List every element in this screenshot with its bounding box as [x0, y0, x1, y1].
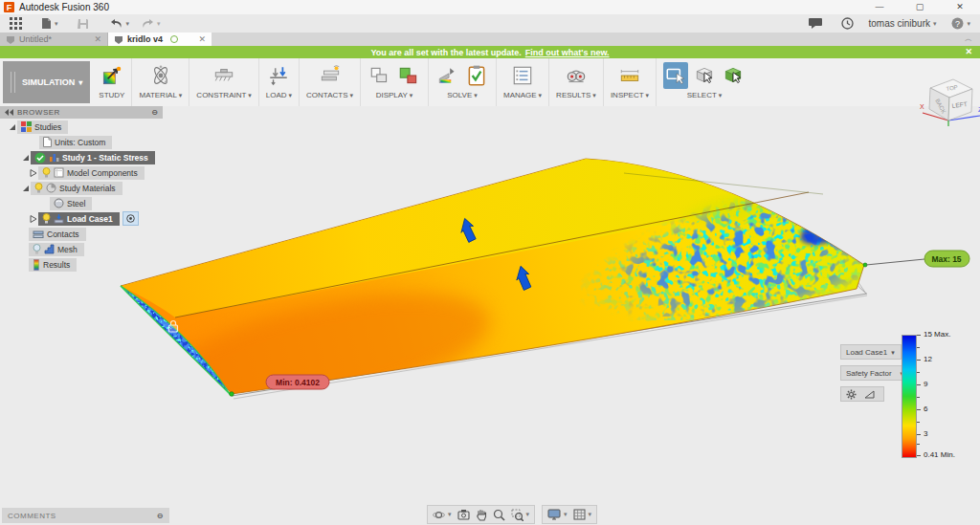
- help-menu[interactable]: ? ▾: [946, 14, 976, 33]
- tree-item-mesh[interactable]: Mesh: [0, 242, 163, 256]
- degraded-display-icon[interactable]: [396, 62, 421, 89]
- display-style-icon[interactable]: [368, 62, 392, 89]
- visibility-bulb-icon: [34, 183, 43, 194]
- units-document-icon: [43, 137, 52, 147]
- file-menu-button[interactable]: ▾: [35, 14, 64, 33]
- expander-icon[interactable]: [29, 169, 38, 177]
- contacts-icon[interactable]: [318, 62, 343, 89]
- svg-text:?: ?: [955, 19, 960, 29]
- expander-icon[interactable]: [21, 154, 31, 162]
- banner-link[interactable]: Find out what's new.: [525, 48, 610, 57]
- viewcube[interactable]: X Z TOP BACK LEFT: [915, 69, 980, 136]
- tree-item-results[interactable]: Results: [0, 257, 163, 272]
- tree-item-studies[interactable]: Studies: [0, 120, 163, 134]
- expander-icon[interactable]: [21, 185, 31, 192]
- ribbon-group-study[interactable]: STUDY: [92, 58, 132, 106]
- drag-grip: [11, 72, 15, 93]
- comments-panel-header[interactable]: COMMENTS ⊖: [2, 508, 169, 523]
- close-button[interactable]: ✕: [940, 0, 980, 14]
- tree-item-steel[interactable]: Steel: [0, 196, 163, 210]
- visibility-bulb-icon: [42, 167, 51, 179]
- ribbon-group-manage[interactable]: MANAGE: [497, 58, 549, 106]
- max-annotation[interactable]: Max: 15: [866, 251, 969, 267]
- tab-untitled[interactable]: Untitled* ✕: [0, 33, 108, 46]
- undo-button[interactable]: ▾: [104, 14, 136, 33]
- user-name: tomas ciniburk: [869, 18, 930, 29]
- select-window-icon[interactable]: [663, 62, 688, 89]
- app-grid-icon[interactable]: [4, 14, 28, 33]
- pan-button[interactable]: [474, 509, 489, 521]
- quick-access-toolbar: ▾ ▾ ▾ tomas ciniburk ▾ ? ▾: [0, 14, 980, 33]
- zoom-window-button[interactable]: ▾: [509, 509, 532, 521]
- collapse-ribbon-chevron[interactable]: ︿: [957, 33, 980, 46]
- minimize-button[interactable]: —: [859, 0, 900, 14]
- tab-kridlo-v4[interactable]: kridlo v4 ✕: [108, 33, 212, 46]
- select-priority-face-icon[interactable]: [692, 62, 717, 89]
- legend-color-bar[interactable]: [902, 335, 917, 458]
- display-settings-button[interactable]: ▾: [546, 509, 569, 520]
- load-icon[interactable]: [266, 62, 291, 89]
- orbit-button[interactable]: ▾: [431, 509, 454, 521]
- browser-panel: BROWSER ⊖ Studies Units: Custom Study 1 …: [0, 106, 163, 272]
- maximize-button[interactable]: ▢: [900, 0, 940, 14]
- viewport-canvas[interactable]: Max: 15 Min: 0.4102 BROWSER ⊖ Studies Un…: [0, 106, 980, 525]
- ribbon-group-solve[interactable]: SOLVE: [429, 58, 497, 106]
- results-icon[interactable]: [564, 62, 589, 89]
- expander-icon[interactable]: [29, 215, 38, 223]
- tab-close-icon[interactable]: ✕: [86, 34, 101, 44]
- legend-max-label: 15 Max.: [924, 330, 950, 339]
- legend-result-type-dropdown[interactable]: Safety Factor: [840, 365, 909, 381]
- manage-icon[interactable]: [510, 62, 535, 89]
- solve-details-icon[interactable]: [464, 62, 489, 89]
- tree-item-load-case1[interactable]: Load Case1: [0, 211, 163, 226]
- tree-item-units[interactable]: Units: Custom: [0, 135, 163, 149]
- material-icon[interactable]: [148, 62, 173, 89]
- tab-close-icon[interactable]: ✕: [190, 34, 206, 44]
- load-case-target-button[interactable]: [122, 211, 139, 226]
- min-annotation[interactable]: Min: 0.4102: [266, 375, 329, 389]
- legend-ramp-icon[interactable]: [864, 390, 875, 399]
- inspect-icon[interactable]: [617, 62, 642, 89]
- job-status-icon[interactable]: [835, 14, 859, 33]
- ribbon-group-contacts[interactable]: CONTACTS: [300, 58, 361, 106]
- look-at-button[interactable]: [456, 509, 472, 520]
- browser-panel-header[interactable]: BROWSER ⊖: [0, 106, 163, 119]
- grid-layout-button[interactable]: ▾: [571, 509, 594, 520]
- panel-options-icon[interactable]: ⊖: [157, 512, 164, 520]
- tree-item-contacts[interactable]: Contacts: [0, 227, 163, 241]
- new-study-icon[interactable]: [100, 62, 124, 89]
- tree-item-study1[interactable]: Study 1 - Static Stress: [0, 150, 163, 164]
- ribbon-group-load[interactable]: LOAD: [259, 58, 300, 106]
- min-pill-label: Min: 0.4102: [276, 378, 320, 387]
- wing-model[interactable]: [110, 159, 880, 436]
- collapse-panel-icon[interactable]: [5, 109, 13, 116]
- constraint-icon[interactable]: [212, 62, 236, 89]
- steel-material-icon: [54, 198, 64, 208]
- document-icon: [6, 34, 15, 44]
- ribbon-group-results[interactable]: RESULTS: [549, 58, 604, 106]
- ribbon-group-constraint[interactable]: CONSTRAINT: [189, 58, 258, 106]
- tip-stress-speckles: [574, 181, 880, 315]
- min-point-marker: [230, 392, 234, 397]
- tree-item-model-components[interactable]: Model Components: [0, 165, 163, 180]
- legend-settings-gear-icon[interactable]: [846, 389, 857, 400]
- zoom-button[interactable]: [491, 509, 507, 521]
- legend-load-case-dropdown[interactable]: Load Case1: [840, 344, 902, 360]
- tree-item-study-materials[interactable]: Study Materials: [0, 181, 163, 195]
- solve-icon[interactable]: [435, 62, 460, 89]
- user-menu[interactable]: tomas ciniburk ▾: [869, 18, 937, 29]
- ribbon-group-material[interactable]: MATERIAL: [132, 58, 189, 106]
- save-button[interactable]: [72, 14, 95, 33]
- ribbon-group-display[interactable]: DISPLAY: [361, 58, 429, 106]
- workspace-switcher[interactable]: SIMULATION: [3, 61, 90, 103]
- expander-icon[interactable]: [8, 123, 17, 131]
- titlebar: F Autodesk Fusion 360 — ▢ ✕: [0, 0, 980, 15]
- panel-options-icon[interactable]: ⊖: [151, 108, 158, 117]
- banner-close-icon[interactable]: ✕: [965, 46, 972, 58]
- redo-button[interactable]: ▾: [135, 14, 167, 33]
- notifications-icon[interactable]: [803, 14, 828, 33]
- document-tabbar: Untitled* ✕ kridlo v4 ✕ ︿: [0, 33, 980, 46]
- ribbon-group-select[interactable]: SELECT: [657, 58, 752, 106]
- ribbon-group-inspect[interactable]: INSPECT: [604, 58, 657, 106]
- select-priority-body-icon[interactable]: [721, 62, 746, 89]
